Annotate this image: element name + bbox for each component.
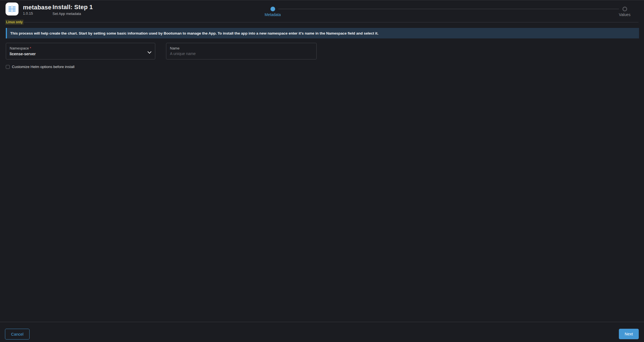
step-metadata[interactable]: Metadata xyxy=(262,7,284,17)
chevron-down-icon xyxy=(148,50,151,53)
name-label: Name xyxy=(170,46,313,50)
page-subtitle: Set App metadata xyxy=(52,12,81,16)
step-values-dot-icon xyxy=(622,7,627,11)
info-banner-text: This process will help create the chart.… xyxy=(10,31,378,35)
info-banner: This process will help create the chart.… xyxy=(6,28,639,38)
app-version: 1.0.15 xyxy=(23,11,33,15)
customize-helm-checkbox[interactable] xyxy=(6,65,10,69)
namespace-label-text: Namespace xyxy=(10,46,29,50)
stepper-connector-line xyxy=(278,9,619,9)
namespace-label: Namespace* xyxy=(10,46,151,50)
step-values[interactable]: Values xyxy=(614,7,636,17)
required-asterisk: * xyxy=(30,46,31,50)
install-wizard-page: metabase 1.0.15 Install: Step 1 Set App … xyxy=(0,0,644,342)
step-values-label: Values xyxy=(614,12,636,17)
namespace-value: license-server xyxy=(10,52,151,56)
footer-bar: Cancel Next xyxy=(0,322,644,342)
customize-helm-option[interactable]: Customize Helm options before install xyxy=(6,65,75,69)
step-metadata-dot-icon xyxy=(270,7,275,11)
cancel-button[interactable]: Cancel xyxy=(5,329,30,340)
section-rule: Linux only xyxy=(5,20,638,25)
page-title: Install: Step 1 xyxy=(52,4,93,11)
namespace-select[interactable]: Namespace* license-server xyxy=(6,43,155,59)
name-input[interactable] xyxy=(170,51,313,56)
metabase-logo-icon xyxy=(6,2,19,15)
next-button[interactable]: Next xyxy=(619,329,639,339)
divider-line xyxy=(23,22,638,22)
customize-helm-label: Customize Helm options before install xyxy=(12,65,75,69)
step-metadata-label: Metadata xyxy=(262,12,284,17)
name-field: Name xyxy=(166,43,317,59)
linux-only-badge: Linux only xyxy=(5,20,23,25)
app-name: metabase xyxy=(23,4,51,11)
